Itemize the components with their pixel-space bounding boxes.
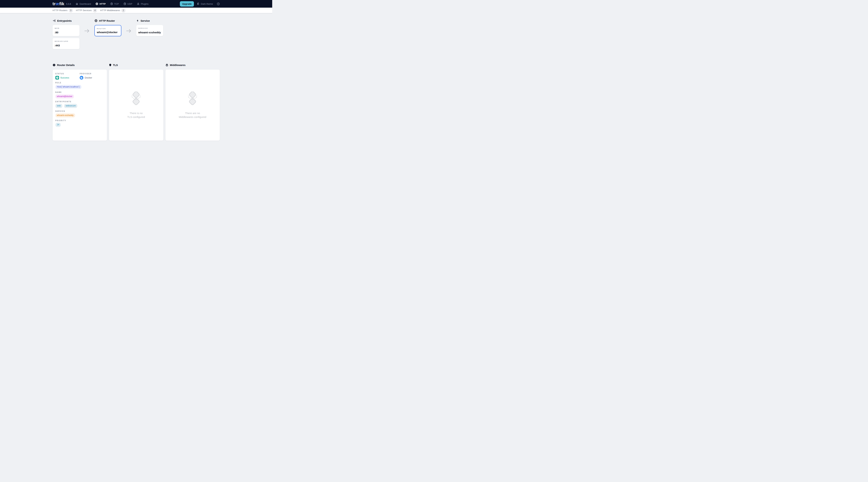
tab-label: HTTP Services — [76, 9, 92, 12]
contrast-droplet-icon — [197, 2, 199, 5]
card-value: :80 — [55, 31, 78, 34]
tls-column: TLS There is no TLS configured — [109, 64, 163, 141]
theme-toggle[interactable]: Dark theme — [197, 2, 213, 5]
tab-label: HTTP Middlewares — [100, 9, 120, 12]
section-title: Middlewares — [170, 64, 186, 66]
help-icon[interactable]: ? — [217, 2, 220, 5]
tab-http-middlewares[interactable]: HTTP Middlewares 2 — [100, 8, 125, 12]
globe-icon — [94, 19, 98, 22]
section-title: Service — [141, 19, 150, 22]
nav-item-label: TCP — [114, 3, 119, 5]
entrypoint-card-websecure[interactable]: WEBSECURE :443 — [53, 38, 80, 49]
plugins-icon — [137, 2, 140, 5]
empty-line-2: TLS configured — [127, 115, 145, 119]
arrow-right-icon — [84, 28, 90, 34]
service-column: Service SERVICE whoami-xxsheddy — [136, 19, 163, 49]
priority-group: PRIORITY 24 — [55, 120, 104, 127]
arrow-right-icon — [126, 28, 131, 34]
upgrade-button[interactable]: Upgrade — [180, 1, 194, 7]
tab-count-badge: 2 — [121, 8, 125, 12]
nav-item-tcp[interactable]: TCP — [110, 2, 119, 5]
entrypoint-pill-websecure: websecure — [64, 104, 77, 108]
lightning-icon — [136, 19, 139, 22]
router-details-column: Router Details STATUS Success PROVIDER — [53, 64, 107, 141]
docker-icon — [80, 76, 83, 80]
router-card[interactable]: ROUTER whoami@docker — [94, 25, 121, 36]
status-value-row: Success — [55, 76, 80, 80]
rule-label: RULE — [55, 82, 104, 84]
nav-item-udp[interactable]: UDP — [123, 2, 132, 5]
main-content: Entrypoints WEB :80 WEBSECURE :443 — [53, 13, 220, 141]
card-label: ROUTER — [97, 28, 119, 30]
section-title: Router Details — [57, 64, 75, 66]
tls-panel: There is no TLS configured — [109, 70, 163, 141]
http-router-header: HTTP Router — [94, 19, 121, 22]
tab-http-routers[interactable]: HTTP Routers 3 — [53, 8, 73, 12]
empty-line-1: There is no — [127, 111, 145, 115]
rule-group: RULE Host(`whoami.localhost`) — [55, 82, 104, 89]
subnav-inner: HTTP Routers 3 HTTP Services 4 HTTP Midd… — [53, 8, 220, 13]
nav-item-plugins[interactable]: Plugins — [137, 2, 148, 5]
tab-count-badge: 3 — [69, 8, 73, 12]
logo-text-post: fik — [59, 2, 64, 6]
entrypoints-label: ENTRYPOINTS — [55, 101, 104, 102]
theme-toggle-label: Dark theme — [201, 3, 213, 5]
udp-icon — [123, 2, 126, 5]
status-label: STATUS — [55, 73, 80, 75]
name-group: NAME whoami@docker — [55, 91, 104, 99]
flow-arrow-2 — [121, 19, 136, 49]
name-pill: whoami@docker — [55, 94, 74, 99]
entrypoint-cards: WEB :80 WEBSECURE :443 — [53, 25, 80, 49]
routing-flow: Entrypoints WEB :80 WEBSECURE :443 — [53, 19, 220, 49]
status-value: Success — [60, 77, 69, 79]
logo-text-ae: æ — [56, 2, 59, 6]
service-card[interactable]: SERVICE whoami-xxsheddy — [136, 25, 163, 36]
middlewares-header: Middlewares — [165, 64, 220, 66]
router-details-panel: STATUS Success PROVIDER Docker — [53, 70, 107, 141]
service-group: SERVICE whoami-xxsheddy — [55, 110, 104, 118]
card-value: :443 — [55, 44, 78, 47]
router-column: HTTP Router ROUTER whoami@docker — [94, 19, 121, 49]
middlewares-empty-message: There are no Middlewares configured — [179, 111, 206, 119]
router-cards: ROUTER whoami@docker — [94, 25, 121, 36]
rule-pill: Host(`whoami.localhost`) — [55, 85, 82, 89]
section-title: Entrypoints — [57, 19, 72, 22]
name-label: NAME — [55, 91, 104, 93]
traefik-logo[interactable]: træfik — [53, 2, 64, 6]
provider-value: Docker — [85, 77, 92, 79]
success-check-icon — [55, 76, 59, 80]
empty-line-1: There are no — [179, 111, 206, 115]
nav-item-label: Plugins — [141, 3, 148, 5]
nav-item-dashboard[interactable]: Dashboard — [75, 2, 91, 5]
tab-http-services[interactable]: HTTP Services 4 — [76, 8, 97, 12]
navbar-inner: træfik 3.3.6 Dashboard HTTP TCP UDP — [53, 0, 220, 8]
entrypoint-card-web[interactable]: WEB :80 — [53, 25, 80, 36]
tcp-icon — [110, 2, 113, 5]
provider-value-row: Docker — [80, 76, 104, 80]
nav-item-http[interactable]: HTTP — [95, 2, 105, 5]
home-icon — [75, 2, 78, 5]
entrypoints-icon — [53, 19, 56, 22]
entrypoint-pill-web: web — [55, 104, 62, 108]
entrypoints-column: Entrypoints WEB :80 WEBSECURE :443 — [53, 19, 80, 49]
service-pill: whoami-xxsheddy — [55, 113, 75, 118]
priority-pill: 24 — [55, 123, 61, 127]
entrypoints-group: ENTRYPOINTS web websecure — [55, 101, 104, 108]
empty-layers-illustration — [187, 91, 198, 107]
status-group: STATUS Success — [55, 73, 80, 80]
middlewares-panel: There are no Middlewares configured — [165, 70, 220, 141]
router-details-header: Router Details — [53, 64, 107, 66]
http-subnav: HTTP Routers 3 HTTP Services 4 HTTP Midd… — [0, 8, 272, 13]
tls-header: TLS — [109, 64, 163, 66]
globe-icon — [95, 2, 98, 5]
section-title: TLS — [113, 64, 118, 66]
logo-text-pre: tr — [53, 2, 56, 6]
card-value: whoami-xxsheddy — [138, 31, 161, 34]
nav-item-label: Dashboard — [80, 3, 91, 5]
tab-label: HTTP Routers — [53, 9, 67, 12]
layers-icon — [165, 64, 168, 66]
nav-item-label: UDP — [127, 3, 132, 5]
empty-layers-illustration — [130, 91, 142, 107]
service-label: SERVICE — [55, 110, 104, 112]
traefik-dashboard: træfik 3.3.6 Dashboard HTTP TCP UDP — [0, 0, 272, 150]
